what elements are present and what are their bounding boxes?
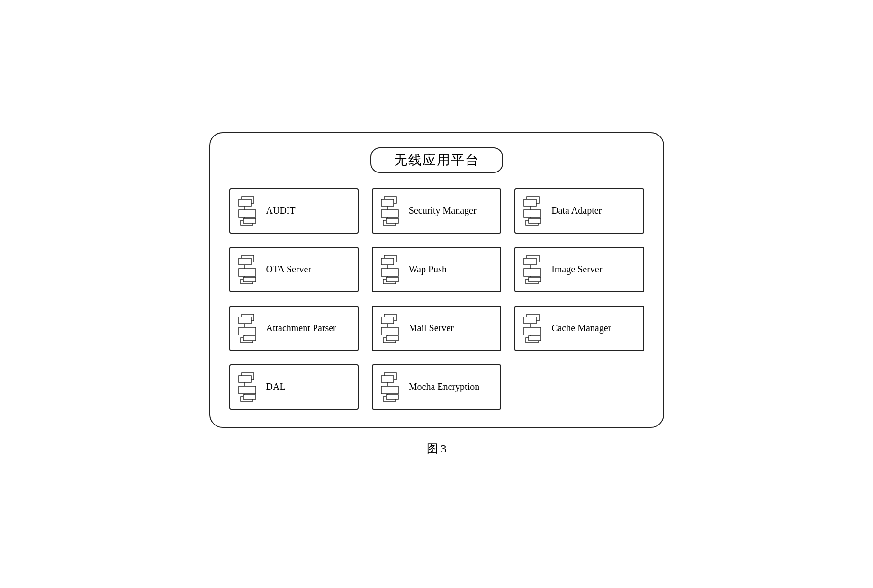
svg-rect-29 — [381, 258, 394, 265]
mail-server-icon — [380, 313, 402, 344]
image-server-label: Image Server — [551, 264, 602, 275]
ota-server-icon — [238, 254, 260, 285]
svg-rect-38 — [524, 269, 541, 276]
svg-rect-15 — [524, 199, 536, 206]
data-adapter-icon — [523, 196, 545, 226]
svg-rect-20 — [529, 218, 541, 223]
svg-rect-8 — [381, 199, 394, 206]
audit-icon — [238, 196, 260, 226]
wap-push-icon — [380, 254, 402, 285]
svg-rect-69 — [243, 395, 256, 399]
dal-label: DAL — [266, 381, 286, 392]
figure-caption: 图 3 — [427, 441, 447, 456]
mocha-encryption-icon — [380, 372, 402, 402]
component-dal: DAL — [229, 364, 359, 410]
component-audit: AUDIT — [229, 188, 359, 234]
svg-rect-27 — [243, 277, 256, 282]
image-server-icon — [523, 254, 545, 285]
svg-rect-73 — [381, 386, 398, 394]
svg-rect-57 — [524, 317, 536, 324]
svg-rect-3 — [239, 210, 256, 217]
svg-rect-62 — [529, 336, 541, 341]
ota-server-label: OTA Server — [266, 264, 312, 275]
svg-rect-52 — [381, 327, 398, 335]
main-frame: 无线应用平台 AUDIT — [209, 132, 664, 428]
attachment-parser-label: Attachment Parser — [266, 323, 336, 334]
svg-rect-55 — [386, 336, 398, 341]
cache-manager-label: Cache Manager — [551, 323, 611, 334]
svg-rect-76 — [386, 395, 398, 399]
component-mocha-encryption: Mocha Encryption — [372, 364, 501, 410]
component-wap-push: Wap Push — [372, 247, 501, 292]
security-manager-icon — [380, 196, 402, 226]
data-adapter-label: Data Adapter — [551, 205, 602, 216]
svg-rect-43 — [239, 317, 251, 324]
attachment-parser-icon — [238, 313, 260, 344]
component-data-adapter: Data Adapter — [514, 188, 644, 234]
svg-rect-45 — [239, 327, 256, 335]
svg-rect-6 — [243, 218, 256, 223]
svg-rect-34 — [386, 277, 398, 282]
mail-server-label: Mail Server — [409, 323, 454, 334]
platform-title: 无线应用平台 — [370, 147, 503, 173]
audit-label: AUDIT — [266, 205, 296, 216]
svg-rect-59 — [524, 327, 541, 335]
svg-rect-71 — [381, 376, 394, 382]
empty-cell — [514, 364, 644, 410]
component-ota-server: OTA Server — [229, 247, 359, 292]
svg-rect-64 — [239, 376, 251, 382]
component-image-server: Image Server — [514, 247, 644, 292]
component-mail-server: Mail Server — [372, 306, 501, 351]
svg-rect-1 — [239, 199, 251, 206]
svg-rect-10 — [381, 210, 398, 217]
cache-manager-icon — [523, 313, 545, 344]
svg-rect-24 — [239, 269, 256, 276]
component-cache-manager: Cache Manager — [514, 306, 644, 351]
svg-rect-31 — [381, 269, 398, 276]
svg-rect-17 — [524, 210, 541, 217]
svg-rect-66 — [239, 386, 256, 394]
last-row: DAL Mocha Encryption — [229, 364, 644, 410]
dal-icon — [238, 372, 260, 402]
component-grid: AUDIT Security Manager — [229, 188, 644, 351]
svg-rect-36 — [524, 258, 536, 265]
svg-rect-22 — [239, 258, 251, 265]
svg-rect-48 — [243, 336, 256, 341]
svg-rect-13 — [386, 218, 398, 223]
security-manager-label: Security Manager — [409, 205, 477, 216]
component-security-manager: Security Manager — [372, 188, 501, 234]
svg-rect-50 — [381, 317, 394, 324]
wap-push-label: Wap Push — [409, 264, 447, 275]
mocha-encryption-label: Mocha Encryption — [409, 381, 479, 392]
svg-rect-41 — [529, 277, 541, 282]
component-attachment-parser: Attachment Parser — [229, 306, 359, 351]
